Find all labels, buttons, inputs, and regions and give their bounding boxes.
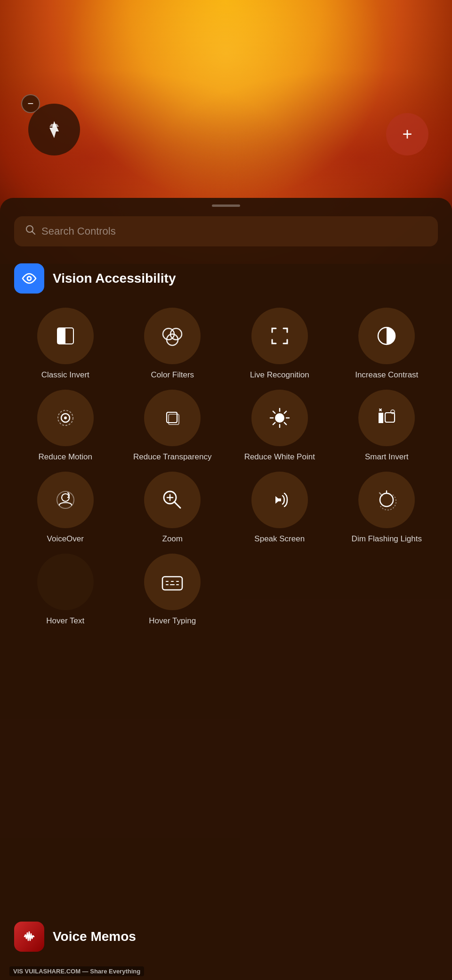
speak-screen-icon	[265, 485, 294, 514]
control-hover-text: Hover Text	[14, 554, 117, 626]
watermark-text: VIS VUILASHARE.COM — Share Everything	[13, 968, 140, 975]
zoom-button[interactable]	[144, 472, 201, 528]
svg-line-20	[273, 411, 275, 413]
hover-typing-label: Hover Typing	[149, 616, 196, 626]
svg-rect-34	[162, 577, 182, 590]
search-bar[interactable]: Search Controls	[14, 216, 438, 246]
live-recognition-button[interactable]	[251, 308, 308, 364]
increase-contrast-button[interactable]	[358, 308, 415, 364]
classic-invert-label: Classic Invert	[41, 370, 89, 380]
controls-grid: Classic Invert Color Filters	[14, 308, 438, 626]
classic-invert-icon	[52, 322, 79, 350]
voice-memos-icon	[14, 922, 44, 952]
reduce-white-point-label: Reduce White Point	[244, 452, 315, 462]
reduce-white-point-icon	[266, 404, 294, 432]
control-reduce-motion: Reduce Motion	[14, 390, 117, 462]
reduce-transparency-button[interactable]	[144, 390, 201, 446]
color-filters-icon	[158, 322, 186, 350]
dim-flashing-button[interactable]	[358, 472, 415, 528]
increase-contrast-icon	[372, 322, 401, 350]
vision-section-header: Vision Accessibility	[14, 263, 438, 294]
sheet-panel: Search Controls Vision Accessibility Cla…	[0, 198, 452, 980]
control-smart-invert: Smart Invert	[336, 390, 438, 462]
control-color-filters: Color Filters	[121, 308, 224, 380]
flashlight-button[interactable]	[28, 104, 80, 155]
color-filters-label: Color Filters	[151, 370, 194, 380]
speak-screen-button[interactable]	[251, 472, 308, 528]
increase-contrast-label: Increase Contrast	[355, 370, 418, 380]
zoom-icon	[158, 485, 187, 514]
reduce-transparency-label: Reduce Transparency	[133, 452, 211, 462]
reduce-motion-button[interactable]	[37, 390, 94, 446]
voiceover-icon	[51, 485, 80, 514]
control-increase-contrast: Increase Contrast	[336, 308, 438, 380]
reduce-transparency-icon	[158, 404, 186, 432]
svg-line-23	[273, 423, 275, 425]
control-dim-flashing: Dim Flashing Lights	[336, 472, 438, 544]
voice-memos-section: Voice Memos	[14, 922, 438, 952]
color-filters-button[interactable]	[144, 308, 201, 364]
plus-button[interactable]: +	[386, 113, 428, 155]
speak-screen-label: Speak Screen	[254, 534, 305, 544]
dim-flashing-label: Dim Flashing Lights	[352, 534, 422, 544]
svg-line-22	[284, 411, 286, 413]
live-recognition-icon	[266, 322, 294, 350]
svg-point-15	[275, 413, 284, 423]
voiceover-button[interactable]	[37, 472, 94, 528]
reduce-motion-icon	[51, 404, 80, 432]
sheet-handle	[212, 204, 240, 207]
classic-invert-button[interactable]	[37, 308, 94, 364]
control-speak-screen: Speak Screen	[228, 472, 331, 544]
search-icon	[25, 225, 36, 238]
vision-icon	[14, 263, 44, 294]
voiceover-label: VoiceOver	[47, 534, 84, 544]
reduce-white-point-button[interactable]	[251, 390, 308, 446]
plus-symbol: +	[402, 124, 412, 144]
control-reduce-transparency: Reduce Transparency	[121, 390, 224, 462]
dim-flashing-icon	[372, 485, 401, 514]
hover-typing-icon	[158, 567, 187, 596]
svg-line-21	[284, 423, 286, 425]
control-classic-invert: Classic Invert	[14, 308, 117, 380]
hover-text-button[interactable]	[37, 554, 94, 610]
voice-memos-title: Voice Memos	[53, 929, 136, 944]
minus-symbol: −	[28, 98, 34, 110]
control-reduce-white-point: Reduce White Point	[228, 390, 331, 462]
smart-invert-label: Smart Invert	[365, 452, 409, 462]
vision-section-title: Vision Accessibility	[53, 271, 176, 286]
smart-invert-button[interactable]	[358, 390, 415, 446]
hover-typing-button[interactable]	[144, 554, 201, 610]
smart-invert-icon	[372, 403, 401, 433]
svg-point-12	[64, 416, 67, 419]
svg-line-29	[174, 502, 180, 508]
hover-text-label: Hover Text	[46, 616, 84, 626]
control-hover-typing: Hover Typing	[121, 554, 224, 626]
control-live-recognition: Live Recognition	[228, 308, 331, 380]
svg-point-3	[28, 278, 31, 280]
live-recognition-label: Live Recognition	[250, 370, 309, 380]
control-voiceover: VoiceOver	[14, 472, 117, 544]
search-placeholder: Search Controls	[41, 225, 116, 237]
control-zoom: Zoom	[121, 472, 224, 544]
flashlight-icon	[42, 117, 66, 142]
zoom-label: Zoom	[162, 534, 183, 544]
svg-rect-5	[57, 328, 65, 344]
watermark: VIS VUILASHARE.COM — Share Everything	[9, 966, 144, 976]
waveform-icon	[21, 928, 38, 945]
reduce-motion-label: Reduce Motion	[39, 452, 92, 462]
svg-line-1	[32, 232, 35, 235]
svg-rect-24	[385, 413, 395, 422]
